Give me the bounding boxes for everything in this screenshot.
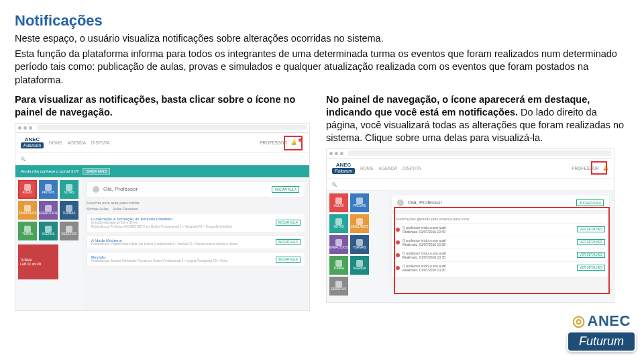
tile-turma[interactable]: TURMA [18,222,37,240]
nav-disputa[interactable]: DISPUTA [91,140,110,145]
tile2-simulados[interactable]: SIMULADOS [350,214,369,233]
screenshot-left: ANEC Futurum HOME AGENDA DISPUTA PROFESS… [15,123,310,311]
tile-notas[interactable]: NOTAS [60,180,78,199]
tile2-turma[interactable]: TURMA [329,256,348,275]
banner-text: Ainda não conhece o portal 3.0? [21,169,78,173]
highlight-bell-2 [591,161,607,175]
tile2-aulas[interactable]: AULAS [329,193,348,212]
logo-anec: ANEC [25,137,40,142]
banner-button[interactable]: SAIBA MAIS [83,168,110,175]
tab-minhas[interactable]: Minhas Aulas [87,207,109,211]
avatar-icon [93,186,99,193]
tile-desafios[interactable]: DESAFIOS [60,222,78,240]
highlight-notif-panel [394,207,610,294]
highlight-bell [284,136,303,150]
sidebar-2: AULAS PROVAS NOTAS SIMULADOS EXERCÍCIOS … [327,191,387,290]
tile-exerc[interactable]: EXERCÍCIOS [39,201,58,220]
tile-turmas[interactable]: TURMAS [60,201,78,220]
logo-futurum-2: Futurum [332,168,355,174]
sidebar: AULAS PROVAS NOTAS SIMULADOS EXERCÍCIOS … [15,177,83,310]
logo-anec-2: ANEC [336,163,352,168]
logo-futurum: Futurum [21,142,44,148]
search-input[interactable]: 🔍 [21,156,25,161]
intro-text-1: Neste espaço, o usuário visualiza notifi… [15,32,629,46]
lesson-1[interactable]: Localização e formação do território bra… [87,214,305,232]
right-caption: No painel de navegação, o ícone aparecer… [326,93,629,144]
tile-simulados[interactable]: SIMULADOS [18,201,37,220]
tile2-turmas[interactable]: TURMAS [350,235,369,254]
lesson-3[interactable]: Revisão Publicado por Janaína Fernandes … [87,252,305,267]
lesson-1-btn[interactable]: INICIAR AULA [276,220,301,226]
search-input-2[interactable]: 🔍 [332,182,337,187]
nav-home[interactable]: HOME [49,140,62,145]
subhead: Escolha uma aula para iniciar [87,201,305,205]
tile-aulas[interactable]: AULAS [18,180,37,199]
tile-big-turma[interactable]: TURMA LAB 01 sbi 08 [18,244,58,279]
user-role: PROFESSOR [260,140,287,145]
intro-text-2: Esta função da plataforma informa para t… [15,48,629,87]
tile2-agenda[interactable]: AGENDA [350,256,369,275]
tile2-desafios[interactable]: DESAFIOS [329,277,348,296]
header-start-button[interactable]: INICIAR AULA [272,186,299,193]
left-caption: Para visualizar as notificações, basta c… [15,93,310,119]
screenshot-right: ANEC Futurum HOME AGENDA DISPUTA PROFESS… [326,148,614,303]
tile-agenda[interactable]: AGENDA [39,222,58,240]
tile2-provas[interactable]: PROVAS [350,193,369,212]
nav-agenda[interactable]: AGENDA [68,140,86,145]
tile2-exerc[interactable]: EXERCÍCIOS [329,235,348,254]
greeting: Olá, Professor [103,186,138,192]
lesson-2-btn[interactable]: INICIAR AULA [276,239,301,245]
lesson-2[interactable]: A Idade Moderna Publicado por Virginia H… [87,235,305,250]
tile-provas[interactable]: PROVAS [39,180,58,199]
tile2-notas[interactable]: NOTAS [329,214,348,233]
avatar-icon-2 [397,199,404,206]
page-title: Notificações [15,12,629,30]
brand-logo: ANEC Futurum [567,312,636,352]
lesson-3-btn[interactable]: INICIAR AULA [276,257,301,263]
header-start-button-2[interactable]: INICIAR AULA [576,199,604,206]
tab-favoritas[interactable]: Aulas Favoritas [113,207,138,211]
